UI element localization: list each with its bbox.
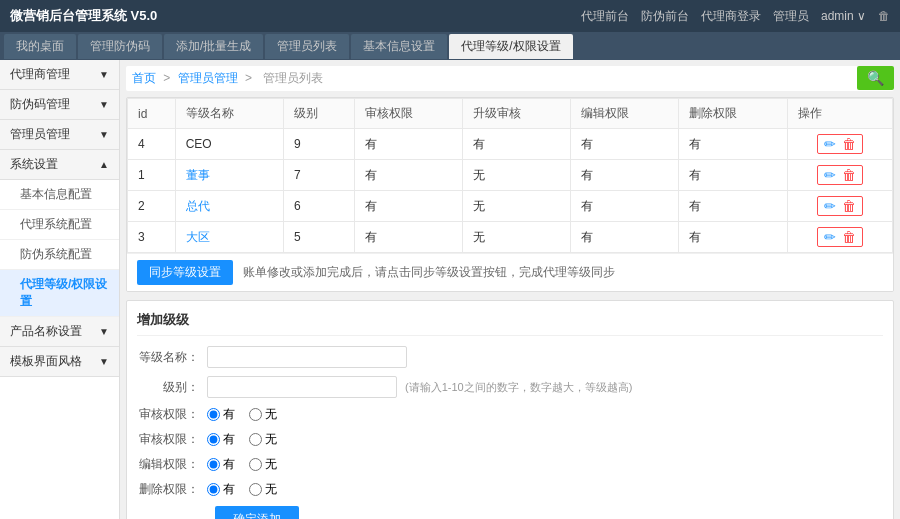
edit-radio-no[interactable]: 无 — [249, 456, 277, 473]
sync-button[interactable]: 同步等级设置 — [137, 260, 233, 285]
sidebar-group-product: 产品名称设置 ▼ — [0, 317, 119, 347]
delete-radio-yes-input[interactable] — [207, 483, 220, 496]
audit1-radio-group: 有 无 — [207, 406, 277, 423]
sidebar-group-template: 模板界面风格 ▼ — [0, 347, 119, 377]
sidebar-item-antifake-config[interactable]: 防伪系统配置 — [0, 240, 119, 270]
cell-audit: 有 — [354, 160, 462, 191]
sidebar-group-template-header[interactable]: 模板界面风格 ▼ — [0, 347, 119, 377]
op-box: ✏ 🗑 — [817, 227, 863, 247]
col-upgrade: 升级审核 — [462, 99, 570, 129]
audit2-radio-no-input[interactable] — [249, 433, 262, 446]
audit2-radio-group: 有 无 — [207, 431, 277, 448]
delete-radio-no-input[interactable] — [249, 483, 262, 496]
audit2-radio-no[interactable]: 无 — [249, 431, 277, 448]
breadcrumb-sep1: > — [163, 71, 173, 85]
delete-icon[interactable]: 🗑 — [842, 167, 856, 183]
link-anti-front[interactable]: 防伪前台 — [641, 8, 689, 25]
cell-id: 4 — [128, 129, 176, 160]
top-bar: 微营销后台管理系统 V5.0 代理前台 防伪前台 代理商登录 管理员 admin… — [0, 0, 900, 32]
table-row: 4 CEO 9 有 有 有 有 ✏ 🗑 — [128, 129, 893, 160]
tab-admin-list[interactable]: 管理员列表 — [265, 34, 349, 59]
audit1-radio-yes[interactable]: 有 — [207, 406, 235, 423]
delete-icon[interactable]: 🗑 — [842, 229, 856, 245]
cell-op: ✏ 🗑 — [787, 222, 892, 253]
audit2-radio-yes[interactable]: 有 — [207, 431, 235, 448]
cell-delete: 有 — [679, 129, 787, 160]
sidebar-item-level-settings[interactable]: 代理等级/权限设置 — [0, 270, 119, 317]
col-edit: 编辑权限 — [571, 99, 679, 129]
trash-icon[interactable]: 🗑 — [878, 9, 890, 23]
sidebar-group-admin-header[interactable]: 管理员管理 ▼ — [0, 120, 119, 150]
sidebar-group-system-header[interactable]: 系统设置 ▲ — [0, 150, 119, 180]
breadcrumb-admin-manage[interactable]: 管理员管理 — [178, 71, 238, 85]
breadcrumb: 首页 > 管理员管理 > 管理员列表 — [126, 66, 894, 91]
edit-icon[interactable]: ✏ — [824, 136, 836, 152]
level-row: 级别： (请输入1-10之间的数字，数字越大，等级越高) — [137, 376, 883, 398]
edit-radio-yes[interactable]: 有 — [207, 456, 235, 473]
sidebar-group-admin: 管理员管理 ▼ — [0, 120, 119, 150]
sidebar-product-label: 产品名称设置 — [10, 323, 82, 340]
col-level: 级别 — [283, 99, 354, 129]
level-name-link[interactable]: 大区 — [186, 230, 210, 244]
table-header-row: id 等级名称 级别 审核权限 升级审核 编辑权限 删除权限 操作 — [128, 99, 893, 129]
cell-id: 1 — [128, 160, 176, 191]
sidebar-group-agent-header[interactable]: 代理商管理 ▼ — [0, 60, 119, 90]
level-label: 级别： — [137, 379, 207, 396]
breadcrumb-current: 管理员列表 — [263, 71, 323, 85]
sidebar-item-basic[interactable]: 基本信息配置 — [0, 180, 119, 210]
tab-desktop[interactable]: 我的桌面 — [4, 34, 76, 59]
edit-icon[interactable]: ✏ — [824, 167, 836, 183]
tab-basic-settings[interactable]: 基本信息设置 — [351, 34, 447, 59]
chevron-up-icon: ▲ — [99, 159, 109, 170]
chevron-down-icon: ▼ — [99, 69, 109, 80]
cell-id: 2 — [128, 191, 176, 222]
sidebar-group-antifake-header[interactable]: 防伪码管理 ▼ — [0, 90, 119, 120]
cell-op: ✏ 🗑 — [787, 160, 892, 191]
audit1-radio-yes-input[interactable] — [207, 408, 220, 421]
edit-radio-yes-input[interactable] — [207, 458, 220, 471]
link-admin[interactable]: 管理员 — [773, 8, 809, 25]
delete-radio-yes[interactable]: 有 — [207, 481, 235, 498]
app-title: 微营销后台管理系统 V5.0 — [10, 7, 157, 25]
level-name-link[interactable]: 总代 — [186, 199, 210, 213]
chevron-down-icon4: ▼ — [99, 326, 109, 337]
breadcrumb-home[interactable]: 首页 — [132, 71, 156, 85]
cell-audit: 有 — [354, 222, 462, 253]
cell-upgrade: 有 — [462, 129, 570, 160]
col-audit: 审核权限 — [354, 99, 462, 129]
cell-delete: 有 — [679, 160, 787, 191]
tab-level-settings[interactable]: 代理等级/权限设置 — [449, 34, 572, 59]
level-name-link[interactable]: 董事 — [186, 168, 210, 182]
tab-manage-code[interactable]: 管理防伪码 — [78, 34, 162, 59]
sidebar-item-agent-config[interactable]: 代理系统配置 — [0, 210, 119, 240]
audit1-radio-no-input[interactable] — [249, 408, 262, 421]
audit1-radio-no[interactable]: 无 — [249, 406, 277, 423]
table-row: 2 总代 6 有 无 有 有 ✏ 🗑 — [128, 191, 893, 222]
delete-label: 删除权限： — [137, 481, 207, 498]
delete-radio-no[interactable]: 无 — [249, 481, 277, 498]
name-input[interactable] — [207, 346, 407, 368]
delete-icon[interactable]: 🗑 — [842, 198, 856, 214]
tab-add-batch[interactable]: 添加/批量生成 — [164, 34, 263, 59]
search-button[interactable]: 🔍 — [857, 66, 894, 90]
cell-upgrade: 无 — [462, 160, 570, 191]
sidebar-group-agent: 代理商管理 ▼ — [0, 60, 119, 90]
col-name: 等级名称 — [175, 99, 283, 129]
edit-radio-no-input[interactable] — [249, 458, 262, 471]
link-agent-login[interactable]: 代理商登录 — [701, 8, 761, 25]
cell-delete: 有 — [679, 222, 787, 253]
audit2-radio-yes-input[interactable] — [207, 433, 220, 446]
chevron-down-icon2: ▼ — [99, 99, 109, 110]
delete-icon[interactable]: 🗑 — [842, 136, 856, 152]
edit-icon[interactable]: ✏ — [824, 198, 836, 214]
cell-name: CEO — [175, 129, 283, 160]
admin-user[interactable]: admin ∨ — [821, 9, 866, 23]
edit-icon[interactable]: ✏ — [824, 229, 836, 245]
level-input[interactable] — [207, 376, 397, 398]
cell-edit: 有 — [571, 129, 679, 160]
sidebar-group-product-header[interactable]: 产品名称设置 ▼ — [0, 317, 119, 347]
link-agent-front[interactable]: 代理前台 — [581, 8, 629, 25]
submit-button[interactable]: 确定添加 — [215, 506, 299, 519]
cell-level: 9 — [283, 129, 354, 160]
edit-radio-group: 有 无 — [207, 456, 277, 473]
